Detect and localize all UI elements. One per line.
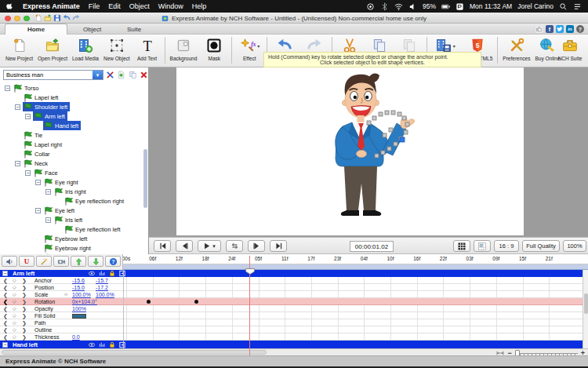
battery-icon[interactable] xyxy=(441,2,450,11)
collapse-icon[interactable]: − xyxy=(25,170,31,176)
rig-tools-button[interactable] xyxy=(105,70,115,80)
fill-color-swatch[interactable] xyxy=(72,314,86,319)
collapse-icon[interactable]: − xyxy=(35,208,41,213)
next-keyframe-icon[interactable]: ❯ xyxy=(22,319,27,326)
add-keyframe-icon[interactable]: ◇ xyxy=(13,291,16,298)
help-badge-icon[interactable]: ? xyxy=(576,25,584,33)
timeline-hscrollbar[interactable]: − + xyxy=(0,348,588,355)
tab-object[interactable]: Object xyxy=(75,24,109,35)
timeline-work-area[interactable] xyxy=(123,264,588,270)
tree-item-body[interactable]: Eye reflection right xyxy=(64,196,126,206)
tree-item-lapel-right[interactable]: Lapel right xyxy=(0,140,143,149)
tree-item-eye-left[interactable]: −Eye left xyxy=(0,206,143,215)
prev-keyframe-icon[interactable]: ❮ xyxy=(3,291,8,298)
next-keyframe-icon[interactable]: ❯ xyxy=(22,291,27,298)
add-keyframe-icon[interactable]: ◇ xyxy=(13,312,16,319)
collapse-track-icon[interactable]: − xyxy=(2,342,8,348)
next-keyframe-icon[interactable]: ❯ xyxy=(22,326,27,333)
tab-home[interactable]: Home xyxy=(5,24,67,35)
preferences-button[interactable]: Preferences xyxy=(500,36,532,66)
property-row-opacity[interactable]: ❮◇❯Opacity100% xyxy=(0,305,588,312)
property-row-anchor[interactable]: ❮◇❯Anchor-15.6-15.7 xyxy=(0,277,588,284)
lock-icon[interactable] xyxy=(108,341,116,348)
load-media-button[interactable]: Load Media xyxy=(70,36,101,66)
timeline-ruler[interactable]: 00s06f12f18f24f05f11f17f23f04f10f16f22f0… xyxy=(123,254,588,264)
play-button[interactable]: ▼ xyxy=(198,240,221,252)
prev-keyframe-icon[interactable]: ❮ xyxy=(3,305,8,312)
property-value[interactable]: 100.0% xyxy=(72,291,91,298)
tree-item-selected[interactable]: Arm left xyxy=(33,111,67,121)
loop-playback-button[interactable] xyxy=(226,240,243,252)
tree-item-tie[interactable]: Tie xyxy=(0,130,143,140)
playhead-handle[interactable] xyxy=(245,264,255,278)
tree-item-eyebrow-left[interactable]: Eyebrow left xyxy=(0,234,143,243)
nch-suite-button[interactable]: NCH Suite xyxy=(555,36,585,66)
quality-button[interactable]: Full Quality xyxy=(522,240,560,252)
tree-item-body[interactable]: Eye left xyxy=(43,206,77,215)
collapse-icon[interactable]: − xyxy=(15,161,20,166)
tree-item-body[interactable]: Collar xyxy=(23,149,53,158)
add-object-button[interactable] xyxy=(116,70,126,80)
tree-item-shoulder-left[interactable]: −Shoulder left xyxy=(0,102,143,111)
property-row-rotation[interactable]: ❮◇❯Rotation0x+104.0° xyxy=(0,298,588,305)
twitter-icon[interactable] xyxy=(556,25,564,33)
prev-keyframe-icon[interactable]: ❮ xyxy=(3,298,8,305)
prev-keyframe-icon[interactable]: ❮ xyxy=(3,312,8,319)
tree-item-eye-right[interactable]: −Eye right xyxy=(0,177,143,187)
prev-keyframe-icon[interactable]: ❮ xyxy=(3,277,8,284)
property-value[interactable]: 100% xyxy=(72,305,86,312)
wifi-icon[interactable] xyxy=(394,2,403,11)
add-keyframe-icon[interactable]: ◇ xyxy=(13,305,16,312)
menu-window[interactable]: Window xyxy=(158,2,183,10)
tree-item-collar[interactable]: Collar xyxy=(0,149,143,158)
tree-item-body[interactable]: Eye reflection left xyxy=(64,224,123,234)
property-value[interactable]: -17.2 xyxy=(96,284,108,291)
composition-canvas[interactable] xyxy=(176,67,524,235)
union-mode-button[interactable]: U xyxy=(19,256,34,267)
property-row-path[interactable]: ❮◇❯Path xyxy=(0,319,588,326)
property-value[interactable]: -15.7 xyxy=(96,277,108,284)
loop-icon[interactable] xyxy=(118,341,126,348)
tree-scrollbar[interactable] xyxy=(143,149,147,208)
new-project-button[interactable]: New Project xyxy=(3,36,35,66)
property-row-thickness[interactable]: ❮◇❯Thickness0.0 xyxy=(0,333,588,341)
tree-item-face[interactable]: −Face xyxy=(0,168,143,177)
tree-item-selected[interactable]: Hand left xyxy=(43,121,81,130)
tree-item-body[interactable]: Torso xyxy=(13,83,41,93)
menu-express-animate[interactable]: Express Animate xyxy=(23,2,80,10)
tree-item-iris-right[interactable]: −Iris right xyxy=(0,187,143,196)
add-keyframe-icon[interactable]: ◇ xyxy=(13,319,16,326)
notification-center-icon[interactable] xyxy=(573,2,582,11)
spotlight-search-icon[interactable] xyxy=(559,2,568,11)
tree-item-eye-reflection-left[interactable]: Eye reflection left xyxy=(0,224,143,234)
next-keyframe-icon[interactable]: ❯ xyxy=(22,298,27,305)
screen-mirroring-icon[interactable] xyxy=(366,2,375,11)
tree-item-body[interactable]: Tie xyxy=(23,130,45,140)
menu-file[interactable]: File xyxy=(89,2,100,10)
property-value[interactable]: -15.6 xyxy=(72,277,85,284)
tree-item-neck[interactable]: −Neck xyxy=(0,158,143,168)
menu-help[interactable]: Help xyxy=(192,2,207,10)
input-source-icon[interactable] xyxy=(456,2,464,11)
add-keyframe-icon[interactable]: ◇ xyxy=(13,284,16,291)
hscroll-thumb[interactable] xyxy=(2,350,267,355)
tree-item-body[interactable]: Lapel left xyxy=(23,93,60,102)
timecode-display[interactable]: 00:00:01.02 xyxy=(350,241,394,252)
property-value[interactable]: -15.0 xyxy=(72,284,85,291)
collapse-icon[interactable]: − xyxy=(15,104,20,110)
timeline-panel-divider[interactable] xyxy=(123,270,124,348)
next-keyframe-icon[interactable]: ❯ xyxy=(22,305,27,312)
open-project-button[interactable]: Open Project xyxy=(35,36,70,66)
lock-icon[interactable] xyxy=(108,270,116,277)
property-row-fill-solid[interactable]: ❮◇❯Fill Solid xyxy=(0,312,588,319)
keyframe-dot[interactable] xyxy=(194,300,198,304)
prev-keyframe-icon[interactable]: ❮ xyxy=(3,333,8,341)
loop-icon[interactable] xyxy=(118,270,126,277)
track-bar-hand-left[interactable]: −Hand left xyxy=(0,341,588,348)
tree-item-body[interactable]: Eyebrow right xyxy=(43,243,93,253)
property-value[interactable]: 0x+104.0° xyxy=(72,298,97,305)
dropdown-caret-icon[interactable]: ▾ xyxy=(453,43,456,49)
move-layer-down-button[interactable] xyxy=(88,256,103,267)
tree-item-body[interactable]: Eyebrow left xyxy=(43,234,89,243)
next-keyframe-icon[interactable]: ❯ xyxy=(22,333,27,341)
